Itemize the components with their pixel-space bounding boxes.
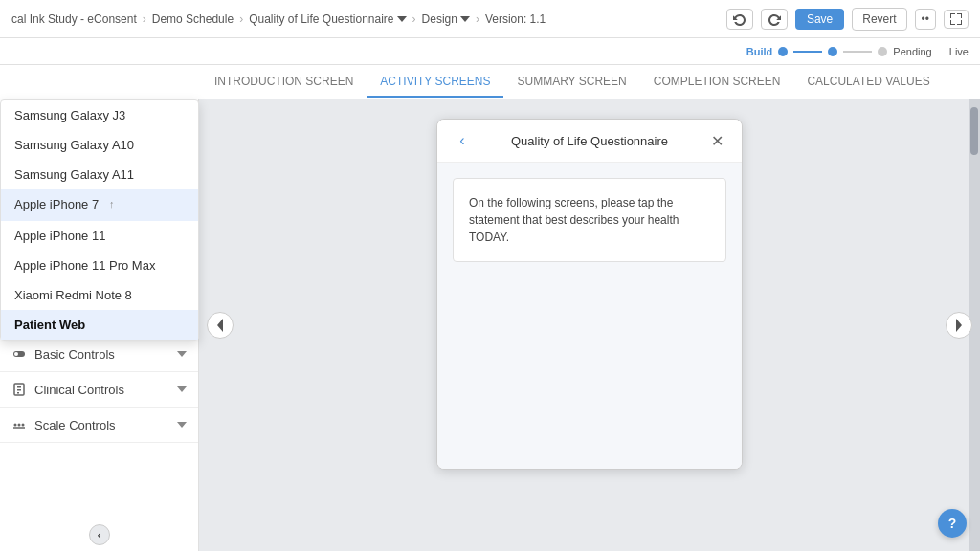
- scroll-thumb[interactable]: [970, 107, 978, 155]
- phone-title: Quality of Life Questionnaire: [474, 134, 705, 148]
- toolbar-right: Save Revert ••: [726, 8, 969, 31]
- version-label: Version: 1.1: [485, 12, 546, 26]
- breadcrumb-sep1: ›: [143, 12, 146, 26]
- clinical-label: Clinical Controls: [34, 383, 124, 397]
- scale-label: Scale Controls: [34, 418, 116, 432]
- chevron-down-icon2: [460, 14, 470, 24]
- breadcrumb-part1: cal Ink Study - eConsent: [11, 12, 137, 26]
- sidebar-section-basic: Basic Controls: [0, 337, 198, 372]
- svg-point-19: [22, 424, 25, 427]
- breadcrumb-sep2: ›: [239, 12, 243, 26]
- phone-content-box: On the following screens, please tap the…: [453, 178, 726, 262]
- breadcrumb-part4-label: Design: [422, 12, 457, 26]
- dropdown-item-iphone7[interactable]: Apple iPhone 7 ↑: [1, 189, 198, 221]
- sidebar-collapse-button[interactable]: ‹: [89, 524, 110, 545]
- svg-rect-16: [17, 392, 19, 394]
- breadcrumb-part2[interactable]: Demo Schedule: [152, 12, 234, 26]
- redo-icon: [768, 12, 781, 26]
- dropdown-item-samsung-a10[interactable]: Samsung Galaxy A10: [1, 130, 198, 160]
- expand-icon: [950, 13, 962, 25]
- tabs-bar: INTRODUCTION SCREEN ACTIVITY SCREENS SUM…: [0, 65, 980, 99]
- main-layout: CONTROLS OUTLINE Samsung Galaxy J3 Samsu…: [0, 99, 980, 551]
- dropdown-item-samsung-a11[interactable]: Samsung Galaxy A11: [1, 160, 198, 189]
- chevron-left-icon: [216, 319, 224, 332]
- svg-point-17: [14, 424, 17, 427]
- dropdown-item-iphone11[interactable]: Apple iPhone 11: [1, 221, 198, 251]
- tab-activity[interactable]: ACTIVITY SCREENS: [367, 67, 503, 98]
- sidebar-collapse-area: ‹: [0, 518, 198, 551]
- tab-calculated[interactable]: CALCULATED VALUES: [793, 67, 943, 98]
- undo-icon: [733, 12, 746, 26]
- phone-back-button[interactable]: ‹: [451, 129, 474, 152]
- sidebar-section-scale: Scale Controls: [0, 408, 198, 443]
- prev-screen-button[interactable]: [207, 312, 234, 339]
- clinical-icon: [11, 382, 27, 397]
- svg-rect-15: [17, 389, 21, 391]
- phone-content-text: On the following screens, please tap the…: [469, 194, 710, 246]
- device-dropdown: Samsung Galaxy J3 Samsung Galaxy A10 Sam…: [0, 99, 199, 341]
- help-button[interactable]: ?: [938, 509, 967, 538]
- redo-button[interactable]: [761, 9, 788, 30]
- dropdown-item-patient-web[interactable]: Patient Web: [1, 310, 198, 340]
- next-screen-button[interactable]: [946, 312, 972, 339]
- breadcrumb-part3-label: Quality of Life Questionnaire: [249, 12, 393, 26]
- more-options-button[interactable]: ••: [915, 9, 936, 30]
- clinical-controls-header[interactable]: Clinical Controls: [0, 372, 198, 407]
- sidebar-section-clinical: Clinical Controls: [0, 372, 198, 408]
- breadcrumb-part4[interactable]: Design: [422, 12, 470, 26]
- dropdown-item-xiaomi-note8[interactable]: Xiaomi Redmi Note 8: [1, 280, 198, 310]
- phone-header: ‹ Quality of Life Questionnaire ✕: [437, 120, 742, 163]
- phone-frame: ‹ Quality of Life Questionnaire ✕ On the…: [436, 119, 743, 470]
- phone-body: On the following screens, please tap the…: [437, 163, 742, 469]
- build-status-bar: Build Pending Live: [0, 38, 980, 65]
- svg-point-12: [14, 352, 18, 356]
- clinical-chevron-icon: [177, 385, 187, 394]
- basic-icon: [11, 346, 27, 362]
- breadcrumb-bar: cal Ink Study - eConsent › Demo Schedule…: [0, 0, 980, 38]
- save-button[interactable]: Save: [795, 9, 844, 30]
- tab-summary[interactable]: SUMMARY SCREEN: [503, 67, 639, 98]
- dropdown-item-samsung-j3[interactable]: Samsung Galaxy J3: [1, 100, 198, 130]
- scale-chevron-icon: [177, 420, 187, 430]
- svg-point-18: [18, 424, 21, 427]
- tab-introduction[interactable]: INTRODUCTION SCREEN: [201, 67, 367, 98]
- scale-icon: [11, 417, 27, 432]
- expand-button[interactable]: [944, 10, 969, 29]
- dropdown-item-iphone11promax[interactable]: Apple iPhone 11 Pro Max: [1, 251, 198, 280]
- chevron-right-icon: [955, 319, 963, 332]
- breadcrumb-part3[interactable]: Quality of Life Questionnaire: [249, 12, 406, 26]
- revert-button[interactable]: Revert: [852, 8, 906, 31]
- basic-chevron-icon: [177, 349, 187, 359]
- svg-rect-14: [17, 386, 21, 388]
- scale-controls-header[interactable]: Scale Controls: [0, 408, 198, 442]
- basic-controls-header[interactable]: Basic Controls: [0, 337, 198, 371]
- undo-button[interactable]: [726, 9, 753, 30]
- content-area: ‹ Quality of Life Questionnaire ✕ On the…: [199, 99, 980, 551]
- sidebar: CONTROLS OUTLINE Samsung Galaxy J3 Samsu…: [0, 99, 199, 551]
- breadcrumb-sep4: ›: [476, 12, 479, 26]
- tab-completion[interactable]: COMPLETION SCREEN: [640, 67, 794, 98]
- chevron-down-icon: [397, 14, 407, 24]
- basic-label: Basic Controls: [34, 347, 115, 362]
- phone-close-button[interactable]: ✕: [705, 129, 728, 152]
- breadcrumb-sep3: ›: [412, 12, 416, 26]
